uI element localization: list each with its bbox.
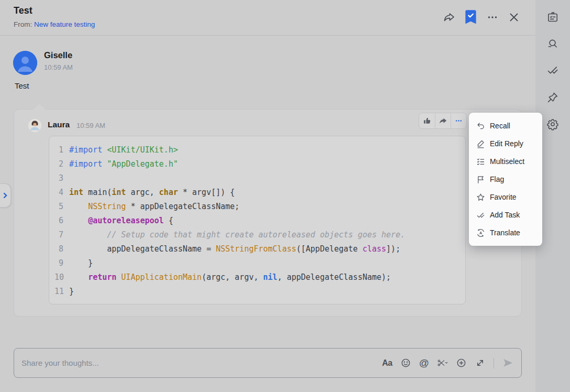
pin-icon[interactable] xyxy=(546,91,559,104)
more-icon[interactable] xyxy=(451,113,466,128)
forward-icon[interactable] xyxy=(443,11,455,24)
add-task-icon xyxy=(476,211,485,220)
source-chat-link[interactable]: New feature testing xyxy=(34,20,95,28)
line-text: #import "AppDelegate.h" xyxy=(69,157,178,171)
line-number: 5 xyxy=(54,200,69,214)
from-label: From: xyxy=(14,20,32,28)
menu-item-label: Translate xyxy=(490,228,520,237)
close-icon[interactable] xyxy=(508,11,520,24)
avatar[interactable] xyxy=(13,51,37,75)
line-number: 9 xyxy=(54,256,69,270)
chevron-right-icon xyxy=(2,192,8,199)
line-number: 7 xyxy=(54,228,69,242)
code-line: 9 } xyxy=(54,256,465,270)
composer-toolbar: Aa @ xyxy=(374,357,514,369)
expand-panel-tab[interactable] xyxy=(0,183,11,208)
line-number: 4 xyxy=(54,186,69,200)
chat-window: Test From: New feature testing Giselle 1… xyxy=(0,0,570,392)
menu-item-add-task[interactable]: Add Task xyxy=(469,206,542,224)
line-text: return UIApplicationMain(argc, argv, nil… xyxy=(69,270,391,285)
message-composer: Aa @ xyxy=(14,348,522,378)
mention-icon[interactable]: @ xyxy=(419,357,429,369)
multiselect-icon xyxy=(476,157,485,166)
menu-item-flag[interactable]: Flag xyxy=(469,170,542,188)
menu-item-label: Recall xyxy=(490,122,510,130)
code-line: 10 return UIApplicationMain(argc, argv, … xyxy=(54,270,465,285)
message-timestamp: 10:59 AM xyxy=(76,122,105,129)
thumbs-up-icon[interactable] xyxy=(419,113,435,128)
more-icon[interactable] xyxy=(486,11,499,24)
menu-item-label: Add Task xyxy=(490,211,520,219)
thread-header: Test From: New feature testing xyxy=(0,0,535,36)
code-line: 3 xyxy=(54,171,465,186)
edit-icon xyxy=(476,139,485,148)
code-block: 1#import <UIKit/UIKit.h>2#import "AppDel… xyxy=(49,136,466,304)
code-line: 11} xyxy=(54,285,465,299)
plus-icon[interactable] xyxy=(456,357,467,368)
message-hover-toolbar xyxy=(419,113,467,129)
line-number: 6 xyxy=(54,214,69,228)
code-line: 1#import <UIKit/UIKit.h> xyxy=(54,143,465,157)
menu-item-label: Edit Reply xyxy=(490,139,523,148)
flag-icon xyxy=(476,175,485,184)
line-number: 8 xyxy=(54,242,69,256)
code-block-lines: 1#import <UIKit/UIKit.h>2#import "AppDel… xyxy=(54,143,465,299)
line-number: 1 xyxy=(54,143,69,157)
reply-card: Laura 10:59 AM 1#import <UIKit/UIKit.h>2… xyxy=(14,109,522,317)
message-context-menu: Recall Edit Reply Multiselect Flag Favor… xyxy=(469,113,542,246)
svg-text:A: A xyxy=(479,231,483,235)
composer-divider xyxy=(494,358,494,368)
line-number: 3 xyxy=(54,171,69,186)
message-timestamp: 10:59 AM xyxy=(44,63,73,71)
menu-item-favorite[interactable]: Favorite xyxy=(469,188,542,206)
code-line: 4int main(int argc, char * argv[]) { xyxy=(54,186,465,200)
menu-item-label: Flag xyxy=(490,175,504,183)
settings-gear-icon[interactable] xyxy=(546,118,559,130)
line-text: appDelegateClassName = NSStringFromClass… xyxy=(69,242,400,256)
thread-source: From: New feature testing xyxy=(14,20,95,28)
line-text: } xyxy=(69,256,93,270)
code-line: 5 NSString * appDelegateClassName; xyxy=(54,200,465,214)
line-text: @autoreleasepool { xyxy=(69,214,173,228)
star-icon xyxy=(476,193,485,202)
announcement-icon[interactable] xyxy=(546,11,559,24)
code-line: 2#import "AppDelegate.h" xyxy=(54,157,465,171)
screenshot-scissors-icon[interactable] xyxy=(437,357,448,368)
send-icon[interactable] xyxy=(502,357,514,369)
line-number: 2 xyxy=(54,157,69,171)
sender-name[interactable]: Laura xyxy=(48,120,70,129)
forward-icon[interactable] xyxy=(435,113,451,128)
undo-icon xyxy=(476,122,485,130)
code-line: 7 // Setup code that might create autore… xyxy=(54,228,465,242)
line-text: // Setup code that might create autorele… xyxy=(69,228,405,242)
tasks-icon[interactable] xyxy=(546,64,559,77)
thread-title: Test xyxy=(14,5,32,16)
search-icon[interactable] xyxy=(546,38,559,50)
emoji-icon[interactable] xyxy=(400,357,411,368)
menu-item-recall[interactable]: Recall xyxy=(469,117,542,135)
menu-item-translate[interactable]: A Translate xyxy=(469,224,542,242)
bookmark-icon[interactable] xyxy=(464,9,478,25)
menu-item-multiselect[interactable]: Multiselect xyxy=(469,153,542,170)
line-text: #import <UIKit/UIKit.h> xyxy=(69,143,178,157)
code-line: 8 appDelegateClassName = NSStringFromCla… xyxy=(54,242,465,256)
message-text: Test xyxy=(15,81,29,90)
expand-icon[interactable] xyxy=(475,357,486,368)
format-icon[interactable]: Aa xyxy=(382,358,392,368)
line-number: 11 xyxy=(54,285,69,299)
menu-item-label: Favorite xyxy=(490,193,517,201)
avatar[interactable] xyxy=(28,119,41,132)
line-text: int main(int argc, char * argv[]) { xyxy=(69,186,235,200)
menu-item-label: Multiselect xyxy=(490,157,524,166)
translate-icon: A xyxy=(476,228,485,237)
line-number: 10 xyxy=(54,270,69,285)
reply-caret xyxy=(33,104,46,110)
message-input[interactable] xyxy=(14,358,374,367)
menu-item-edit-reply[interactable]: Edit Reply xyxy=(469,135,542,153)
line-text: } xyxy=(69,285,74,299)
sender-name[interactable]: Giselle xyxy=(44,50,72,60)
code-line: 6 @autoreleasepool { xyxy=(54,214,465,228)
line-text: NSString * appDelegateClassName; xyxy=(69,200,239,214)
